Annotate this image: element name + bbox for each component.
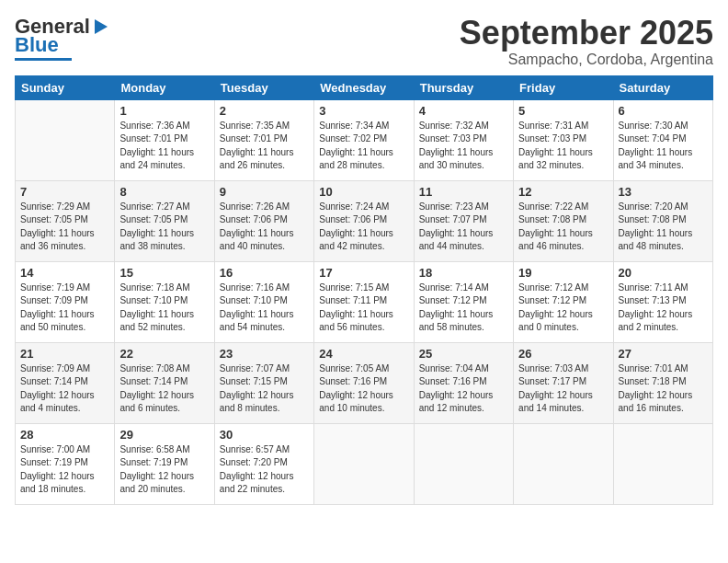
day-info: Sunrise: 7:16 AMSunset: 7:10 PMDaylight:…: [220, 282, 309, 335]
day-info: Sunrise: 7:00 AMSunset: 7:19 PMDaylight:…: [20, 443, 109, 497]
day-number: 25: [419, 347, 508, 361]
day-info: Sunrise: 7:19 AMSunset: 7:09 PMDaylight:…: [20, 282, 109, 335]
location-title: Sampacho, Cordoba, Argentina: [460, 52, 713, 68]
day-info: Sunrise: 7:18 AMSunset: 7:10 PMDaylight:…: [119, 282, 209, 335]
calendar-table: SundayMondayTuesdayWednesdayThursdayFrid…: [15, 75, 713, 505]
calendar-empty-cell: [613, 423, 712, 504]
day-number: 13: [619, 185, 708, 199]
day-info: Sunrise: 7:03 AMSunset: 7:17 PMDaylight:…: [518, 362, 608, 416]
title-block: September 2025 Sampacho, Cordoba, Argent…: [460, 15, 713, 68]
calendar-week-row: 14Sunrise: 7:19 AMSunset: 7:09 PMDayligh…: [16, 261, 713, 342]
day-number: 14: [20, 266, 109, 280]
calendar-day-cell: 16Sunrise: 7:16 AMSunset: 7:10 PMDayligh…: [214, 261, 313, 342]
day-info: Sunrise: 7:07 AMSunset: 7:15 PMDaylight:…: [220, 362, 309, 416]
day-info: Sunrise: 7:27 AMSunset: 7:05 PMDaylight:…: [119, 201, 209, 254]
day-info: Sunrise: 7:36 AMSunset: 7:01 PMDaylight:…: [119, 120, 209, 173]
day-number: 10: [319, 185, 408, 199]
calendar-day-cell: 23Sunrise: 7:07 AMSunset: 7:15 PMDayligh…: [214, 342, 313, 423]
calendar-empty-cell: [16, 99, 115, 180]
calendar-day-cell: 3Sunrise: 7:34 AMSunset: 7:02 PMDaylight…: [314, 99, 414, 180]
day-number: 6: [619, 104, 708, 118]
calendar-day-cell: 15Sunrise: 7:18 AMSunset: 7:10 PMDayligh…: [115, 261, 214, 342]
day-number: 5: [518, 104, 608, 118]
calendar-day-cell: 5Sunrise: 7:31 AMSunset: 7:03 PMDaylight…: [514, 99, 613, 180]
month-title: September 2025: [460, 15, 713, 52]
day-number: 3: [319, 104, 408, 118]
weekday-header-wednesday: Wednesday: [314, 75, 414, 99]
weekday-header-monday: Monday: [115, 75, 214, 99]
calendar-day-cell: 25Sunrise: 7:04 AMSunset: 7:16 PMDayligh…: [414, 342, 513, 423]
calendar-day-cell: 20Sunrise: 7:11 AMSunset: 7:13 PMDayligh…: [613, 261, 712, 342]
calendar-week-row: 7Sunrise: 7:29 AMSunset: 7:05 PMDaylight…: [16, 180, 713, 261]
svg-marker-0: [95, 19, 108, 34]
weekday-header-row: SundayMondayTuesdayWednesdayThursdayFrid…: [16, 75, 713, 99]
day-info: Sunrise: 7:23 AMSunset: 7:07 PMDaylight:…: [419, 201, 508, 254]
day-info: Sunrise: 7:01 AMSunset: 7:18 PMDaylight:…: [619, 362, 708, 416]
calendar-day-cell: 30Sunrise: 6:57 AMSunset: 7:20 PMDayligh…: [214, 423, 313, 504]
day-number: 17: [319, 266, 408, 280]
calendar-day-cell: 13Sunrise: 7:20 AMSunset: 7:08 PMDayligh…: [613, 180, 712, 261]
day-info: Sunrise: 7:08 AMSunset: 7:14 PMDaylight:…: [119, 362, 209, 416]
logo-arrow-icon: [91, 17, 111, 37]
day-info: Sunrise: 7:31 AMSunset: 7:03 PMDaylight:…: [518, 120, 608, 173]
calendar-day-cell: 8Sunrise: 7:27 AMSunset: 7:05 PMDaylight…: [115, 180, 214, 261]
day-number: 23: [220, 347, 309, 361]
calendar-day-cell: 6Sunrise: 7:30 AMSunset: 7:04 PMDaylight…: [613, 99, 712, 180]
day-number: 11: [419, 185, 508, 199]
day-info: Sunrise: 7:20 AMSunset: 7:08 PMDaylight:…: [619, 201, 708, 254]
day-info: Sunrise: 7:12 AMSunset: 7:12 PMDaylight:…: [518, 282, 608, 335]
calendar-day-cell: 26Sunrise: 7:03 AMSunset: 7:17 PMDayligh…: [514, 342, 613, 423]
calendar-day-cell: 22Sunrise: 7:08 AMSunset: 7:14 PMDayligh…: [115, 342, 214, 423]
day-number: 20: [619, 266, 708, 280]
calendar-day-cell: 27Sunrise: 7:01 AMSunset: 7:18 PMDayligh…: [613, 342, 712, 423]
day-info: Sunrise: 7:29 AMSunset: 7:05 PMDaylight:…: [20, 201, 109, 254]
day-info: Sunrise: 7:15 AMSunset: 7:11 PMDaylight:…: [319, 282, 408, 335]
calendar-empty-cell: [314, 423, 414, 504]
weekday-header-tuesday: Tuesday: [214, 75, 313, 99]
page-header: General Blue September 2025 Sampacho, Co…: [15, 15, 713, 68]
calendar-day-cell: 19Sunrise: 7:12 AMSunset: 7:12 PMDayligh…: [514, 261, 613, 342]
day-number: 24: [319, 347, 408, 361]
calendar-day-cell: 17Sunrise: 7:15 AMSunset: 7:11 PMDayligh…: [314, 261, 414, 342]
day-info: Sunrise: 7:14 AMSunset: 7:12 PMDaylight:…: [419, 282, 508, 335]
weekday-header-friday: Friday: [514, 75, 613, 99]
calendar-day-cell: 12Sunrise: 7:22 AMSunset: 7:08 PMDayligh…: [514, 180, 613, 261]
day-number: 26: [518, 347, 608, 361]
day-info: Sunrise: 7:11 AMSunset: 7:13 PMDaylight:…: [619, 282, 708, 335]
day-number: 12: [518, 185, 608, 199]
day-info: Sunrise: 7:32 AMSunset: 7:03 PMDaylight:…: [419, 120, 508, 173]
day-number: 16: [220, 266, 309, 280]
day-info: Sunrise: 7:22 AMSunset: 7:08 PMDaylight:…: [518, 201, 608, 254]
day-number: 30: [220, 428, 309, 442]
calendar-day-cell: 2Sunrise: 7:35 AMSunset: 7:01 PMDaylight…: [214, 99, 313, 180]
logo: General Blue: [15, 15, 111, 61]
day-number: 27: [619, 347, 708, 361]
day-info: Sunrise: 7:09 AMSunset: 7:14 PMDaylight:…: [20, 362, 109, 416]
calendar-day-cell: 4Sunrise: 7:32 AMSunset: 7:03 PMDaylight…: [414, 99, 513, 180]
calendar-day-cell: 28Sunrise: 7:00 AMSunset: 7:19 PMDayligh…: [16, 423, 115, 504]
day-number: 22: [119, 347, 209, 361]
calendar-day-cell: 29Sunrise: 6:58 AMSunset: 7:19 PMDayligh…: [115, 423, 214, 504]
day-info: Sunrise: 7:04 AMSunset: 7:16 PMDaylight:…: [419, 362, 508, 416]
day-number: 7: [20, 185, 109, 199]
weekday-header-saturday: Saturday: [613, 75, 712, 99]
weekday-header-sunday: Sunday: [16, 75, 115, 99]
calendar-day-cell: 21Sunrise: 7:09 AMSunset: 7:14 PMDayligh…: [16, 342, 115, 423]
day-number: 2: [220, 104, 309, 118]
day-info: Sunrise: 7:05 AMSunset: 7:16 PMDaylight:…: [319, 362, 408, 416]
day-number: 18: [419, 266, 508, 280]
day-number: 1: [119, 104, 209, 118]
day-number: 21: [20, 347, 109, 361]
day-info: Sunrise: 7:34 AMSunset: 7:02 PMDaylight:…: [319, 120, 408, 173]
calendar-day-cell: 11Sunrise: 7:23 AMSunset: 7:07 PMDayligh…: [414, 180, 513, 261]
day-info: Sunrise: 7:35 AMSunset: 7:01 PMDaylight:…: [220, 120, 309, 173]
day-number: 19: [518, 266, 608, 280]
day-info: Sunrise: 7:30 AMSunset: 7:04 PMDaylight:…: [619, 120, 708, 173]
calendar-day-cell: 9Sunrise: 7:26 AMSunset: 7:06 PMDaylight…: [214, 180, 313, 261]
day-number: 28: [20, 428, 109, 442]
calendar-week-row: 28Sunrise: 7:00 AMSunset: 7:19 PMDayligh…: [16, 423, 713, 504]
calendar-week-row: 1Sunrise: 7:36 AMSunset: 7:01 PMDaylight…: [16, 99, 713, 180]
calendar-day-cell: 10Sunrise: 7:24 AMSunset: 7:06 PMDayligh…: [314, 180, 414, 261]
calendar-day-cell: 7Sunrise: 7:29 AMSunset: 7:05 PMDaylight…: [16, 180, 115, 261]
day-info: Sunrise: 7:24 AMSunset: 7:06 PMDaylight:…: [319, 201, 408, 254]
